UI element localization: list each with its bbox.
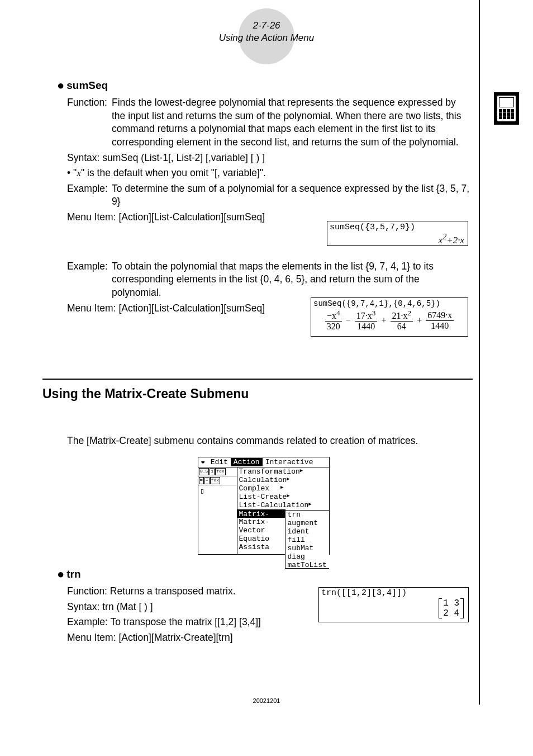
sumseq-syntax: Syntax: sumSeq (List-1[, List-2] [,varia… (67, 152, 470, 165)
trn-menu: Menu Item: [Action][Matrix-Create][trn] (67, 631, 470, 645)
matrix-create-intro: The [Matrix-Create] submenu contains com… (67, 435, 470, 447)
menu-heart-icon: ❤ (198, 459, 208, 466)
calculator-icon (494, 92, 519, 125)
sumseq-heading: ●sumSeq (57, 78, 470, 93)
main-content: ●sumSeq Function:Finds the lowest-degree… (57, 78, 470, 647)
page-divider (479, 0, 480, 705)
page-number-ref: 2-7-26 (0, 20, 533, 32)
menu-screenshot: ❤ Edit Action Interactive 0.51fdx ⇆≡fdx … (198, 457, 330, 555)
menu-interactive: Interactive (263, 458, 316, 466)
sumseq-example2: Example:To obtain the polynomial that ma… (67, 260, 470, 300)
page-header: 2-7-26 Using the Action Menu (0, 20, 533, 44)
sumseq-screen1: sumSeq({3,5,7,9}) x2+2·x (327, 221, 468, 246)
trn-heading: ●trn (57, 567, 470, 582)
footer-code: 20021201 (0, 697, 533, 704)
section-rule (42, 379, 473, 380)
trn-screen: trn([[1,2][3,4]]) 1 32 4 (318, 587, 469, 622)
sumseq-example1: Example:To determine the sum of a polyno… (67, 182, 470, 209)
matrix-create-heading: Using the Matrix-Create Submenu (42, 386, 456, 401)
sumseq-screen2: sumSeq({9,7,4,1},{0,4,6,5}) −x4320 − 17·… (311, 297, 468, 337)
section-title: Using the Action Menu (0, 32, 533, 44)
sumseq-function: Function:Finds the lowest-degree polynom… (67, 96, 470, 149)
action-menu-list: Transformation▶ Calculation▶ Complex▶ Li… (237, 467, 285, 554)
matrix-create-submenu: trn augment ident fill subMat diag matTo… (285, 510, 329, 569)
menu-edit: Edit (208, 458, 231, 466)
menu-action: Action (231, 458, 263, 466)
cursor-icon: ▯ (198, 485, 237, 497)
sumseq-note: • "x" is the default when you omit "[, v… (67, 167, 470, 180)
